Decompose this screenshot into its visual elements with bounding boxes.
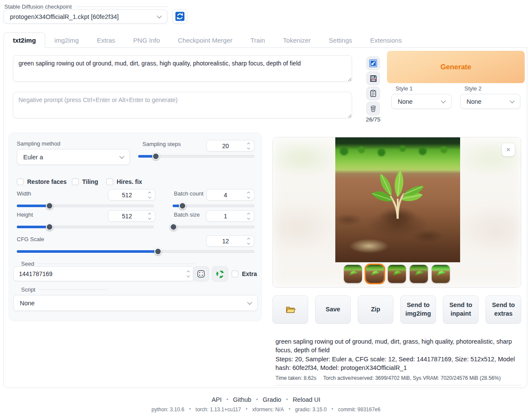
batch-count-input[interactable]: 4 — [206, 189, 254, 201]
slider-handle[interactable] — [179, 202, 186, 210]
width-slider[interactable] — [17, 202, 154, 209]
checkpoint-dropdown[interactable]: protogenX34OfficialR_1.ckpt [60fe2f34] — [3, 9, 167, 24]
tab-txt2img[interactable]: txt2img — [3, 32, 45, 48]
negative-prompt-input[interactable] — [13, 92, 352, 118]
api-link[interactable]: API — [212, 396, 222, 403]
height-input[interactable]: 512 — [108, 210, 155, 222]
sapling-illustration — [360, 157, 436, 233]
github-link[interactable]: Github — [233, 396, 251, 403]
seed-input[interactable]: 1441787169 — [13, 266, 194, 281]
hires-fix-label: Hires. fix — [117, 178, 142, 185]
tab-extensions[interactable]: Extensions — [361, 32, 411, 48]
close-icon: × — [506, 146, 510, 154]
width-input[interactable]: 512 — [108, 189, 155, 201]
style1-dropdown[interactable]: None — [391, 94, 452, 109]
refresh-icon — [175, 12, 185, 21]
save-style-button[interactable] — [366, 71, 380, 85]
stepper[interactable] — [145, 192, 153, 198]
prompt-tools — [366, 56, 380, 115]
chevron-down-icon — [247, 300, 252, 304]
checkpoint-value: protogenX34OfficialR_1.ckpt [60fe2f34] — [10, 13, 119, 20]
tab-png-info[interactable]: PNG Info — [124, 32, 169, 48]
apply-style-button[interactable] — [366, 87, 380, 100]
stepper[interactable] — [184, 271, 192, 277]
stepper[interactable] — [244, 213, 252, 219]
sampling-steps-slider[interactable] — [138, 153, 254, 160]
refresh-checkpoint-button[interactable] — [172, 9, 187, 24]
reuse-seed-button[interactable] — [212, 266, 228, 282]
batch-size-input[interactable]: 1 — [206, 210, 254, 222]
cfg-scale-input[interactable]: 12 — [206, 235, 254, 247]
generated-image[interactable] — [335, 137, 460, 262]
stepper[interactable] — [244, 192, 252, 198]
python-version: python: 3.10.6 — [152, 407, 184, 413]
send-to-extras-button[interactable]: Send to extras — [486, 295, 521, 324]
height-value: 512 — [108, 213, 145, 220]
slider-handle[interactable] — [152, 153, 159, 160]
open-folder-button[interactable] — [272, 295, 308, 324]
style2-dropdown[interactable]: None — [460, 94, 520, 109]
read-params-button[interactable] — [366, 56, 380, 70]
thumbnail-1[interactable] — [344, 265, 362, 283]
cfg-scale-label: CFG Scale — [17, 236, 44, 242]
tab-label: PNG Info — [133, 37, 160, 44]
gradio-version: gradio: 3.15.0 — [295, 407, 327, 413]
batch-count-slider[interactable] — [173, 202, 254, 209]
save-button[interactable]: Save — [315, 295, 351, 324]
slider-handle[interactable] — [46, 202, 53, 210]
height-label: Height — [17, 211, 33, 218]
sampling-steps-value: 20 — [207, 143, 244, 149]
slider-handle[interactable] — [155, 248, 162, 255]
script-dropdown[interactable]: None — [13, 295, 258, 311]
sampling-method-label: Sampling method — [17, 140, 60, 147]
stepper[interactable] — [244, 238, 252, 244]
generation-params-panel: Sampling method Euler a Sampling steps 2… — [9, 133, 262, 321]
batch-size-slider[interactable] — [173, 224, 254, 230]
tiling-option[interactable]: Tiling — [72, 178, 98, 185]
separator-dot: • — [189, 406, 191, 412]
generate-button[interactable]: Generate — [387, 51, 525, 83]
send-to-inpaint-button[interactable]: Send to inpaint — [443, 295, 479, 324]
clear-prompt-button[interactable] — [366, 102, 380, 115]
extra-seed-checkbox[interactable] — [232, 270, 238, 277]
height-slider[interactable] — [17, 224, 154, 230]
prompt-input[interactable]: green sapling rowing out of ground, mud,… — [13, 55, 352, 82]
separator-dot: • — [286, 397, 288, 403]
batch-count-value: 4 — [207, 192, 244, 199]
stepper[interactable] — [244, 143, 252, 149]
thumbnail-5[interactable] — [432, 265, 450, 283]
send-to-img2img-button[interactable]: Send to img2img — [400, 295, 436, 324]
sampling-method-dropdown[interactable]: Euler a — [17, 149, 130, 165]
script-label: Script — [21, 286, 107, 293]
slider-handle[interactable] — [170, 224, 177, 231]
stepper[interactable] — [145, 213, 153, 219]
thumbnail-4[interactable] — [410, 265, 428, 283]
zip-button[interactable]: Zip — [358, 295, 393, 324]
sampling-steps-input[interactable]: 20 — [206, 140, 254, 152]
tab-train[interactable]: Train — [241, 32, 274, 48]
reload-ui-link[interactable]: Reload UI — [293, 396, 320, 403]
random-seed-button[interactable] — [193, 266, 209, 282]
restore-faces-option[interactable]: Restore faces — [17, 178, 67, 185]
close-gallery-button[interactable]: × — [502, 143, 515, 156]
tab-extras[interactable]: Extras — [88, 32, 124, 48]
tab-settings[interactable]: Settings — [320, 32, 361, 48]
extra-seed-option[interactable]: Extra — [232, 270, 257, 277]
send-to-inpaint-label: Send to inpaint — [445, 301, 476, 318]
footer-links: API•Github•Gradio•Reload UI — [0, 396, 532, 403]
hires-fix-option[interactable]: Hires. fix — [106, 178, 142, 185]
thumbnail-3[interactable] — [388, 265, 406, 283]
separator-dot: • — [288, 406, 290, 412]
hires-fix-checkbox[interactable] — [106, 178, 113, 185]
cfg-scale-slider[interactable] — [17, 248, 254, 255]
slider-handle[interactable] — [46, 224, 53, 231]
tab-label: Tokenizer — [283, 37, 311, 44]
tab-tokenizer[interactable]: Tokenizer — [274, 32, 320, 48]
restore-faces-checkbox[interactable] — [17, 178, 24, 185]
tab-img2img[interactable]: img2img — [45, 32, 88, 48]
tab-checkpoint-merger[interactable]: Checkpoint Merger — [169, 32, 241, 48]
gradio-link[interactable]: Gradio — [263, 396, 281, 403]
thumbnail-2-selected[interactable] — [366, 265, 384, 283]
tiling-checkbox[interactable] — [72, 178, 79, 185]
main-tabs: txt2img img2img Extras PNG Info Checkpoi… — [3, 32, 411, 48]
